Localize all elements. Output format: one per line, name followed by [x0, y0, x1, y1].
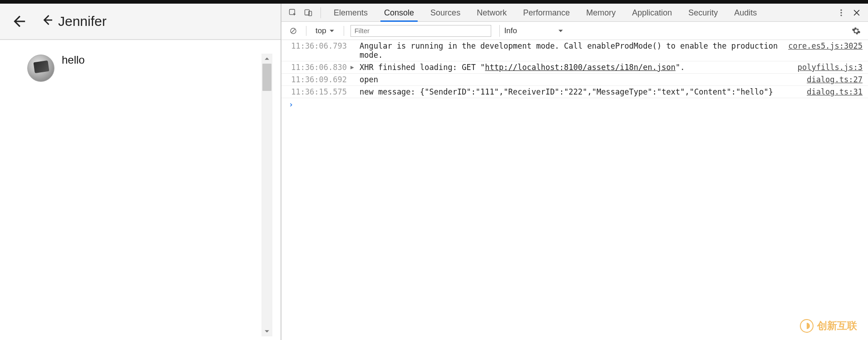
log-message: Angular is running in the development mo…: [360, 41, 784, 60]
console-toolbar: top Info: [281, 22, 868, 40]
console-output[interactable]: 11:36:06.793Angular is running in the de…: [281, 40, 868, 340]
log-source-link[interactable]: polyfills.js:3: [798, 63, 863, 72]
app-back-icon[interactable]: [41, 13, 54, 30]
log-message: XHR finished loading: GET "http://localh…: [360, 63, 794, 72]
svg-point-4: [840, 12, 842, 13]
divider: [344, 26, 344, 36]
tab-application[interactable]: Application: [624, 4, 680, 22]
divider: [306, 26, 306, 36]
watermark-logo-icon: [800, 319, 814, 333]
log-timestamp: 11:36:09.692: [289, 75, 347, 84]
log-link[interactable]: http://localhost:8100/assets/i18n/en.jso…: [485, 63, 676, 72]
tab-network[interactable]: Network: [469, 4, 515, 22]
context-selector[interactable]: top: [313, 26, 337, 35]
console-settings-icon[interactable]: [849, 24, 863, 38]
chat-message-text: hello: [62, 54, 85, 66]
tab-sources[interactable]: Sources: [422, 4, 469, 22]
app-pane: Jennifer hello: [0, 4, 281, 340]
log-timestamp: 11:36:15.575: [289, 87, 347, 96]
log-message: new message: {"SenderID":"111","Receiver…: [360, 87, 803, 96]
scroll-down-icon[interactable]: [261, 326, 272, 336]
console-log-row[interactable]: 11:36:06.793Angular is running in the de…: [281, 40, 868, 61]
console-filter-input[interactable]: [350, 25, 491, 37]
watermark-text: 创新互联: [817, 319, 857, 333]
log-message: open: [360, 75, 803, 84]
log-source-link[interactable]: dialog.ts:31: [807, 87, 863, 96]
log-level-selector[interactable]: Info: [499, 25, 568, 37]
chat-scrollbar[interactable]: [261, 54, 272, 336]
console-log-row[interactable]: 11:36:15.575new message: {"SenderID":"11…: [281, 86, 868, 98]
close-icon[interactable]: [849, 5, 864, 20]
kebab-menu-icon[interactable]: [833, 5, 849, 20]
log-timestamp: 11:36:06.830: [289, 63, 347, 72]
tab-audits[interactable]: Audits: [726, 4, 765, 22]
svg-point-3: [840, 9, 842, 10]
scroll-thumb[interactable]: [262, 64, 271, 91]
clear-console-icon[interactable]: [287, 25, 300, 37]
tab-performance[interactable]: Performance: [515, 4, 578, 22]
log-source-link[interactable]: core.es5.js:3025: [788, 41, 863, 50]
device-toolbar-icon[interactable]: [301, 5, 316, 20]
browser-back-icon[interactable]: [11, 14, 26, 29]
avatar: [27, 55, 54, 82]
inspect-element-icon[interactable]: [285, 5, 301, 20]
divider: [321, 7, 321, 18]
app-header: Jennifer: [0, 4, 281, 40]
console-log-row[interactable]: 11:36:09.692opendialog.ts:27: [281, 74, 868, 86]
console-prompt[interactable]: ›: [281, 98, 868, 111]
watermark: 创新互联: [800, 319, 857, 333]
tab-security[interactable]: Security: [680, 4, 726, 22]
log-source-link[interactable]: dialog.ts:27: [807, 75, 863, 84]
tab-elements[interactable]: Elements: [326, 4, 376, 22]
expand-caret-icon[interactable]: ▶: [350, 64, 356, 70]
page-title-text: Jennifer: [58, 14, 107, 29]
console-log-row[interactable]: 11:36:06.830▶XHR finished loading: GET "…: [281, 61, 868, 74]
devtools-pane: Elements Console Sources Network Perform…: [281, 4, 868, 340]
log-timestamp: 11:36:06.793: [289, 41, 347, 50]
scroll-track[interactable]: [261, 54, 272, 336]
log-level-label: Info: [504, 26, 517, 35]
chat-message: hello: [27, 55, 271, 82]
context-selector-label: top: [316, 26, 326, 35]
chat-area: hello: [0, 40, 281, 82]
scroll-up-icon[interactable]: [261, 54, 272, 64]
tab-memory[interactable]: Memory: [578, 4, 624, 22]
tab-console[interactable]: Console: [376, 4, 422, 22]
page-title: Jennifer: [41, 13, 107, 30]
devtools-tabs: Elements Console Sources Network Perform…: [281, 4, 868, 22]
prompt-caret-icon: ›: [289, 100, 293, 109]
svg-point-5: [840, 15, 842, 16]
